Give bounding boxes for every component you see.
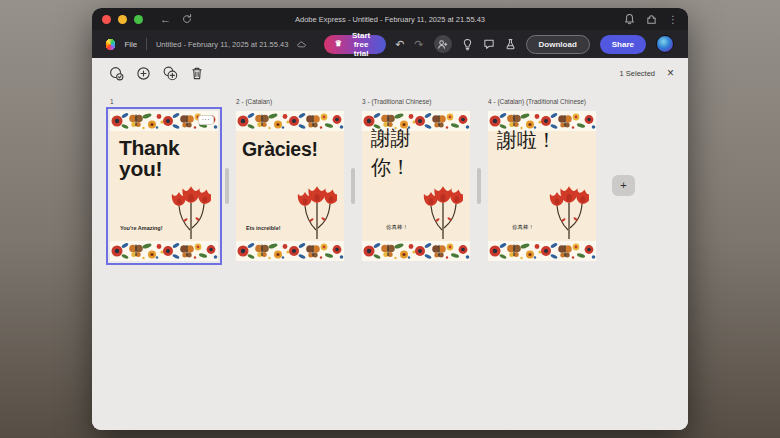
share-label: Share [612,40,634,49]
page-column-2: 2 - (Catalan) Gràcies! Ets increïble! [236,98,344,261]
undo-icon[interactable]: ↶ [395,39,404,50]
page-gap [218,98,236,261]
trial-button-label: Start free trial [347,31,375,58]
page-overview-panel: 1 Selected × 1 Thank you! You're Amazing… [92,58,688,430]
tulip-illustration [297,173,337,239]
pages-grid: 1 Thank you! You're Amazing! ··· 2 - (Ca… [110,98,635,261]
page-column-3: 3 - (Traditional Chinese) 謝謝 你！ 你真棒！ [362,98,470,261]
pages-toolbar: 1 Selected × [92,58,688,88]
browser-menu-icon[interactable]: ⋮ [668,14,678,25]
back-icon[interactable]: ← [160,14,171,25]
page-label: 1 [110,98,218,111]
add-person-icon [437,39,448,50]
add-page-icon [136,66,151,81]
card-subtitle: You're Amazing! [120,225,163,231]
page-column-1: 1 Thank you! You're Amazing! ··· [110,98,218,261]
app-header: File Untitled - February 11, 2025 at 21.… [92,30,688,58]
page-card-4[interactable]: 謝啦！ 你真棒！ [488,111,596,261]
beta-flask-icon[interactable] [505,38,516,50]
adobe-express-logo-icon[interactable] [106,37,115,52]
share-button[interactable]: Share [600,35,646,54]
card-subtitle: 你真棒！ [512,224,534,231]
delete-page-button[interactable] [187,63,207,83]
extensions-icon[interactable] [646,14,657,25]
drag-handle[interactable] [351,168,355,204]
download-button[interactable]: Download [526,35,590,54]
page-label: 2 - (Catalan) [236,98,344,111]
selected-count-label: 1 Selected [620,69,655,78]
page-card-2[interactable]: Gràcies! Ets increïble! [236,111,344,261]
page-card-1[interactable]: Thank you! You're Amazing! ··· [110,111,218,261]
add-page-button[interactable]: + [612,175,635,196]
page-gap [344,98,362,261]
card-subtitle: Ets increïble! [246,225,281,231]
collaborators-button[interactable] [434,35,452,53]
floral-border-bottom [362,241,470,261]
drag-handle[interactable] [477,168,481,204]
page-gap [470,98,488,261]
page-label: 4 - (Catalan) (Traditional Chinese) [488,98,596,111]
zoom-window-button[interactable] [134,15,143,24]
divider [146,38,147,50]
tulip-illustration [423,173,463,239]
redo-icon[interactable]: ↷ [414,39,423,50]
download-label: Download [539,40,577,49]
lightbulb-icon[interactable] [462,38,473,51]
page-label: 3 - (Traditional Chinese) [362,98,470,111]
page-column-4: 4 - (Catalan) (Traditional Chinese) 謝啦！ … [488,98,596,261]
card-subtitle: 你真棒！ [386,224,408,231]
card-title: 謝啦！ [497,127,592,154]
file-menu[interactable]: File [124,40,137,49]
start-free-trial-button[interactable]: ♛ Start free trial [324,35,386,54]
duplicate-page-button[interactable] [160,63,180,83]
browser-titlebar: ← Adobe Express - Untitled - February 11… [92,8,688,30]
tulip-illustration [549,173,589,239]
close-panel-button[interactable]: × [667,67,674,79]
comment-icon[interactable] [483,38,495,50]
floral-border-bottom [488,241,596,261]
card-title: Gràcies! [242,138,340,161]
cloud-sync-icon[interactable] [297,39,306,50]
notifications-bell-icon[interactable] [624,13,635,25]
duplicate-icon [163,66,178,81]
floral-border-bottom [110,241,218,261]
browser-tab-title: Adobe Express - Untitled - February 11, … [295,15,485,24]
reload-icon[interactable] [181,13,193,25]
document-title[interactable]: Untitled - February 11, 2025 at 21.55.43 [156,40,288,49]
tulip-illustration [171,173,211,239]
page-more-options-button[interactable]: ··· [198,115,214,125]
minimize-window-button[interactable] [118,15,127,24]
crown-icon: ♛ [335,40,342,48]
add-page-toolbar-button[interactable] [133,63,153,83]
trash-icon [190,66,204,81]
page-card-3[interactable]: 謝謝 你！ 你真棒！ [362,111,470,261]
select-check-icon [109,66,124,81]
floral-border-bottom [236,241,344,261]
floral-border-top [236,111,344,131]
browser-window: ← Adobe Express - Untitled - February 11… [92,8,688,430]
user-avatar[interactable] [656,35,674,53]
drag-handle[interactable] [225,168,229,204]
select-all-pages-button[interactable] [106,63,126,83]
close-window-button[interactable] [102,15,111,24]
